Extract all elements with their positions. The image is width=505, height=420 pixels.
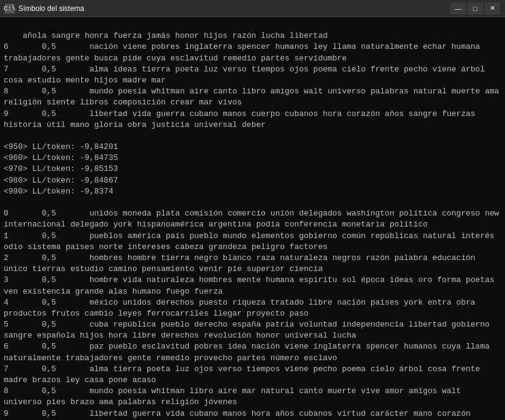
close-button[interactable]: ✕ [484, 2, 500, 15]
maximize-button[interactable]: □ [467, 2, 483, 15]
window-title: Símbolo del sistema [18, 4, 84, 13]
terminal-text: añola sangre honra fuerza jamás honor hi… [4, 31, 504, 420]
title-bar: C:\ Símbolo del sistema — □ ✕ [0, 0, 505, 17]
minimize-button[interactable]: — [450, 2, 466, 15]
terminal-icon: C:\ [5, 4, 15, 13]
terminal-output[interactable]: añola sangre honra fuerza jamás honor hi… [0, 17, 505, 420]
title-bar-left: C:\ Símbolo del sistema [5, 4, 84, 13]
terminal-window: C:\ Símbolo del sistema — □ ✕ añola sang… [0, 0, 505, 420]
window-controls: — □ ✕ [450, 2, 500, 15]
